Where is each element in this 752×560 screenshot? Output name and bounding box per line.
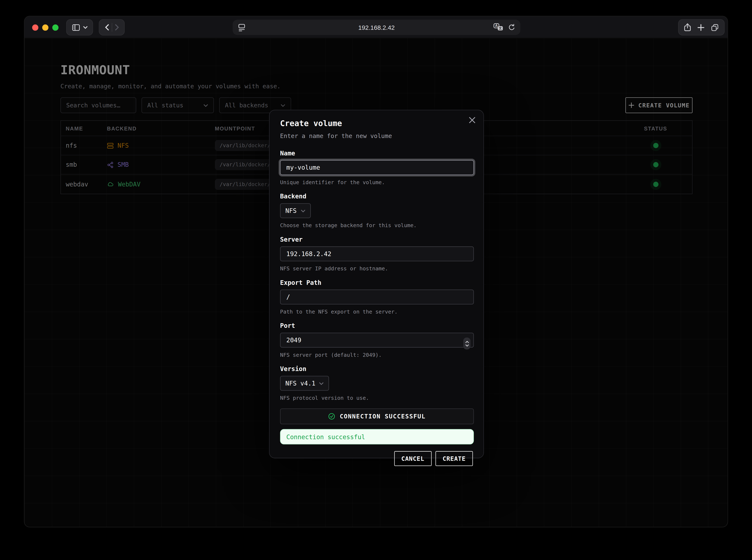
tabs-overview-icon[interactable] (711, 23, 719, 32)
toolbar-right (678, 19, 725, 36)
version-select-value: NFS v4.1 (285, 380, 315, 387)
export-path-input[interactable] (280, 289, 474, 304)
close-window-button[interactable] (32, 24, 38, 31)
chevron-down-icon (83, 26, 87, 29)
svg-text:A: A (495, 24, 498, 28)
url-text: 192.168.2.42 (233, 24, 520, 31)
backend-select-value: NFS (285, 207, 297, 214)
alert-text: Connection successful (286, 433, 365, 440)
forward-icon[interactable] (114, 24, 119, 31)
test-connection-button[interactable]: CONNECTION SUCCESSFUL (280, 408, 474, 424)
stepper-down-icon (465, 344, 469, 346)
port-field (280, 333, 474, 347)
reload-icon[interactable] (508, 23, 516, 33)
new-tab-icon[interactable] (697, 24, 705, 31)
translate-icon[interactable]: A 文 (494, 23, 503, 34)
minimize-window-button[interactable] (42, 24, 48, 31)
server-input[interactable] (280, 246, 474, 261)
nav-divider (112, 23, 112, 32)
version-select[interactable]: NFS v4.1 (280, 376, 329, 391)
zoom-window-button[interactable] (52, 24, 59, 31)
stepper-up-icon (465, 341, 469, 343)
port-helper: NFS server port (default: 2049). (280, 352, 473, 358)
back-icon[interactable] (105, 24, 109, 31)
circle-check-icon (328, 413, 335, 420)
name-input[interactable] (280, 160, 474, 175)
sidebar-toggle-button[interactable] (66, 19, 93, 36)
name-label: Name (280, 149, 473, 157)
backend-label: Backend (280, 193, 473, 200)
traffic-lights (32, 16, 59, 38)
address-bar[interactable]: 192.168.2.42 A 文 (233, 20, 520, 35)
screen: 192.168.2.42 A 文 (0, 0, 752, 560)
cancel-button[interactable]: CANCEL (394, 451, 432, 466)
server-helper: NFS server IP address or hostname. (280, 265, 473, 272)
chevron-down-icon (319, 382, 324, 385)
chevron-down-icon (301, 209, 305, 212)
export-path-label: Export Path (280, 279, 473, 286)
export-path-helper: Path to the NFS export on the server. (280, 309, 473, 315)
server-label: Server (280, 236, 473, 243)
create-button[interactable]: CREATE (435, 451, 473, 466)
number-stepper[interactable] (463, 338, 470, 349)
nav-buttons (99, 19, 125, 36)
dialog-subtitle: Enter a name for the new volume (280, 132, 473, 139)
dialog-footer: CANCEL CREATE (280, 451, 473, 466)
browser-window: 192.168.2.42 A 文 (24, 16, 728, 527)
dialog-title: Create volume (280, 119, 473, 128)
close-icon[interactable] (469, 116, 476, 124)
backend-select[interactable]: NFS (280, 203, 311, 218)
browser-chrome: 192.168.2.42 A 文 (24, 16, 728, 38)
backend-helper: Choose the storage backend for this volu… (280, 222, 473, 229)
share-icon[interactable] (684, 23, 691, 32)
version-label: Version (280, 365, 473, 373)
version-helper: NFS protocol version to use. (280, 395, 473, 401)
svg-text:文: 文 (498, 26, 502, 30)
name-helper: Unique identifier for the volume. (280, 179, 473, 186)
port-input[interactable] (280, 333, 474, 347)
create-volume-dialog: Create volume Enter a name for the new v… (269, 110, 484, 458)
page: IRONMOUNT Create, manage, monitor, and a… (24, 38, 728, 527)
sidebar-icon (72, 24, 80, 31)
connection-success-alert: Connection successful (280, 429, 474, 444)
address-bar-actions: A 文 (494, 23, 516, 34)
port-label: Port (280, 322, 473, 329)
